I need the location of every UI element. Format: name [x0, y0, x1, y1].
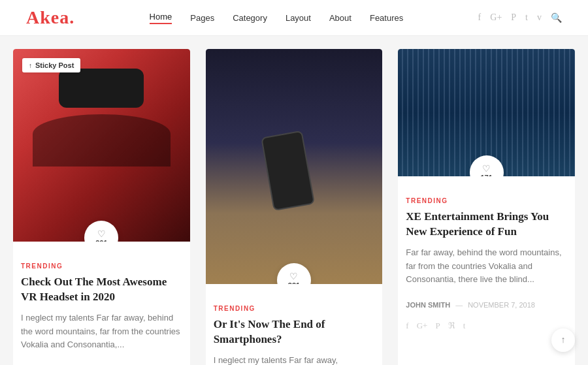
card-body-vr: TRENDING Check Out The Most Awesome VR H…: [13, 242, 190, 360]
like-count-vr: 261: [95, 240, 107, 242]
card-image-wrap-lines: ♡ 171: [398, 49, 575, 176]
back-to-top-button[interactable]: ↑: [551, 328, 575, 352]
logo[interactable]: Akea.: [26, 8, 74, 27]
googleplus-icon[interactable]: G+: [490, 12, 502, 23]
nav-layout[interactable]: Layout: [286, 13, 311, 23]
nav-category[interactable]: Category: [233, 13, 267, 23]
card-title-lines[interactable]: XE Entertainment Brings You New Experien…: [406, 210, 567, 240]
search-icon[interactable]: 🔍: [551, 12, 562, 24]
back-to-top-icon: ↑: [561, 335, 566, 345]
cards-grid: ↑ Sticky Post ♡ 261 TRENDING Check Out T…: [13, 49, 575, 365]
main-nav: Home Pages Category Layout About Feature…: [150, 12, 404, 24]
logo-dot: .: [69, 7, 74, 27]
header-icons: f G+ P t v 🔍: [478, 12, 562, 24]
trending-label-vr: TRENDING: [21, 262, 182, 270]
heart-icon-phone: ♡: [289, 271, 298, 281]
sticky-badge: ↑ Sticky Post: [22, 58, 80, 72]
card-image-wrap-vr: ↑ Sticky Post ♡ 261: [13, 49, 190, 242]
card-author-lines: JOHN SMITH: [406, 301, 450, 309]
trending-label-phone: TRENDING: [214, 305, 375, 312]
social-row-lines: f G+ P ℜ t: [398, 317, 575, 339]
logo-text: Akea: [26, 7, 69, 27]
card-excerpt-vr: I neglect my talents Far far away, behin…: [21, 311, 182, 352]
card-title-vr[interactable]: Check Out The Most Awesome VR Headset in…: [21, 275, 182, 305]
main-content: ↑ Sticky Post ♡ 261 TRENDING Check Out T…: [0, 36, 588, 365]
social-twitter-lines[interactable]: t: [463, 321, 466, 331]
card-dash-lines: —: [455, 301, 463, 309]
card-image-vr: [13, 49, 190, 242]
card-title-phone[interactable]: Or It's Now The End of Smartphones?: [214, 317, 375, 347]
heart-icon-lines: ♡: [482, 163, 491, 174]
pinterest-icon[interactable]: P: [511, 12, 516, 23]
nav-home[interactable]: Home: [150, 12, 172, 24]
nav-pages[interactable]: Pages: [190, 13, 214, 23]
card-lines: ♡ 171 TRENDING XE Entertainment Brings Y…: [398, 49, 575, 365]
nav-features[interactable]: Features: [370, 13, 403, 23]
sticky-arrow-icon: ↑: [29, 62, 32, 69]
card-body-lines: TRENDING XE Entertainment Brings You New…: [398, 176, 575, 294]
like-count-lines: 171: [480, 174, 492, 176]
header: Akea. Home Pages Category Layout About F…: [0, 0, 588, 36]
card-excerpt-phone: I neglect my talents Far far away,: [214, 354, 375, 365]
social-googleplus-lines[interactable]: G+: [417, 321, 428, 331]
vimeo-icon[interactable]: v: [537, 12, 542, 23]
card-image-wrap-phone: ♡ 321: [206, 49, 383, 284]
like-count-phone: 321: [288, 282, 300, 284]
social-facebook-lines[interactable]: f: [406, 321, 408, 331]
trending-label-lines: TRENDING: [406, 197, 567, 204]
social-stumble-lines[interactable]: ℜ: [448, 321, 455, 331]
nav-about[interactable]: About: [329, 13, 351, 23]
card-phone: ♡ 321 TRENDING Or It's Now The End of Sm…: [206, 49, 383, 365]
card-body-phone: TRENDING Or It's Now The End of Smartpho…: [206, 284, 383, 365]
facebook-icon[interactable]: f: [478, 12, 482, 23]
heart-icon-vr: ♡: [97, 229, 106, 239]
card-excerpt-lines: Far far away, behind the word mountains,…: [406, 246, 567, 287]
social-pinterest-lines[interactable]: P: [435, 321, 440, 331]
twitter-icon[interactable]: t: [525, 12, 528, 23]
sticky-label: Sticky Post: [35, 61, 74, 69]
card-image-phone: [206, 49, 383, 284]
card-date-lines: NOVEMBER 7, 2018: [468, 301, 535, 309]
card-vr: ↑ Sticky Post ♡ 261 TRENDING Check Out T…: [13, 49, 190, 365]
card-meta-lines: JOHN SMITH — NOVEMBER 7, 2018: [398, 294, 575, 317]
